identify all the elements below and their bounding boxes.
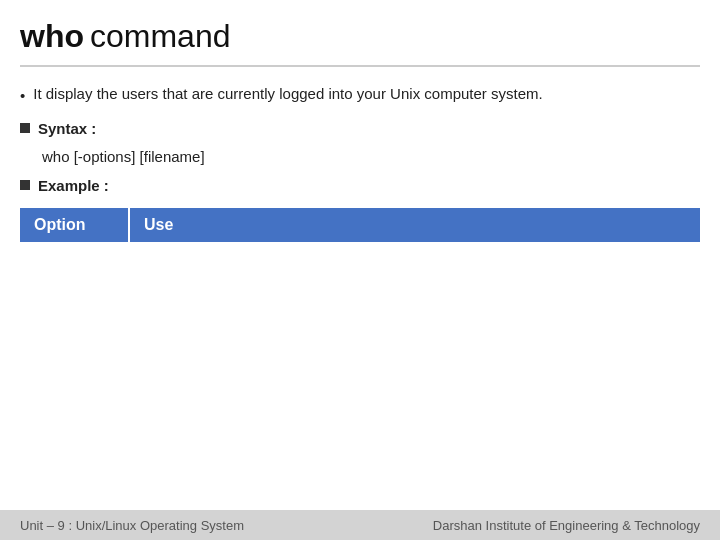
table-col-option: Option xyxy=(20,208,130,242)
title-area: who command xyxy=(20,18,700,67)
syntax-label: Syntax : xyxy=(38,118,96,141)
description-section: • It display the users that are currentl… xyxy=(20,83,700,108)
title-bold: who xyxy=(20,18,84,55)
example-label-item: Example : xyxy=(20,175,700,198)
example-section: Example : xyxy=(20,175,700,198)
footer-left: Unit – 9 : Unix/Linux Operating System xyxy=(20,518,244,533)
title-normal: command xyxy=(90,18,231,55)
square-bullet-example xyxy=(20,180,30,190)
description-text: It display the users that are currently … xyxy=(33,83,700,106)
example-label: Example : xyxy=(38,175,109,198)
table-col-use: Use xyxy=(130,208,700,242)
syntax-label-item: Syntax : xyxy=(20,118,700,141)
main-content: who command • It display the users that … xyxy=(0,0,720,242)
footer: Unit – 9 : Unix/Linux Operating System D… xyxy=(0,510,720,540)
bullet-dot: • xyxy=(20,85,25,108)
square-bullet-syntax xyxy=(20,123,30,133)
syntax-code: who [-options] [filename] xyxy=(42,148,700,165)
syntax-section: Syntax : who [-options] [filename] xyxy=(20,118,700,166)
footer-right: Darshan Institute of Engineering & Techn… xyxy=(433,518,700,533)
description-item: • It display the users that are currentl… xyxy=(20,83,700,108)
table-header: Option Use xyxy=(20,208,700,242)
